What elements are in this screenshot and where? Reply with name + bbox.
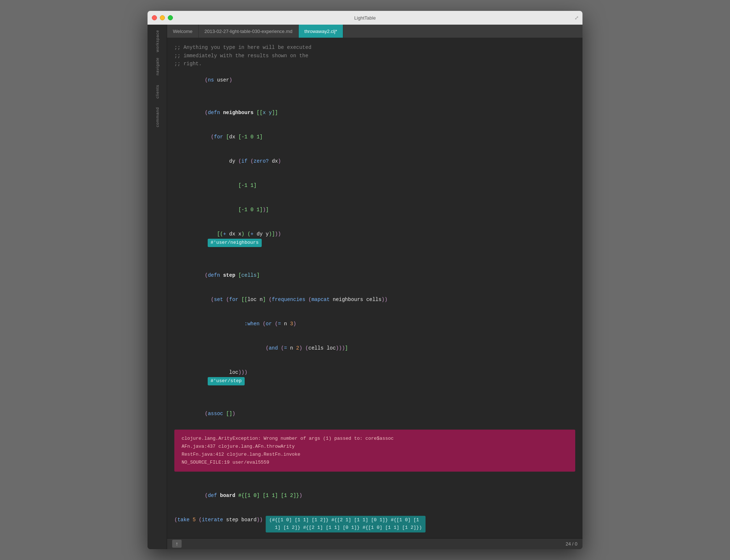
editor[interactable]: ;; Anything you type in here will be exe… xyxy=(167,38,582,538)
code-neighbours-4: [-1 1] xyxy=(174,174,575,198)
code-step-5: loc))) #'user/step xyxy=(174,360,575,393)
error-line-2: AFn.java:437 clojure.lang.AFn.throwArity xyxy=(182,443,568,451)
traffic-lights xyxy=(152,15,173,20)
comment-line-2: ;; immediately with the results shown on… xyxy=(174,52,575,60)
maximize-button[interactable] xyxy=(168,15,173,20)
error-block: clojure.lang.ArityException: Wrong numbe… xyxy=(174,430,575,472)
main-window: LightTable ⤢ workspace navigate clients … xyxy=(148,11,582,549)
code-board: (def board #{[1 0] [1 1] [1 2]}) xyxy=(174,483,575,507)
sidebar-item-navigate[interactable]: navigate xyxy=(148,54,167,79)
cursor-position: 24 / 0 xyxy=(565,541,577,547)
empty-line-3 xyxy=(174,393,575,401)
statusbar: ↑ 24 / 0 xyxy=(167,538,582,549)
result-tag-step: #'user/step xyxy=(208,377,245,385)
result-block-take: (#{[1 0] [1 1] [1 2]} #{[2 1] [1 1] [0 1… xyxy=(266,516,426,532)
empty-line-2 xyxy=(174,255,575,263)
close-button[interactable] xyxy=(152,15,157,20)
up-arrow-button[interactable]: ↑ xyxy=(172,540,182,548)
error-line-3: RestFn.java:412 clojure.lang.RestFn.invo… xyxy=(182,451,568,459)
minimize-button[interactable] xyxy=(160,15,165,20)
code-neighbours-2: (for [dx [-1 0 1] xyxy=(174,125,575,149)
error-line-4: NO_SOURCE_FILE:19 user/eval5559 xyxy=(182,459,568,467)
code-ns: (ns user) xyxy=(174,68,575,92)
tab-experience-md[interactable]: 2013-02-27-light-table-030-experience.md xyxy=(199,25,299,38)
tab-throwaway-clj[interactable]: throwaway2.clj* xyxy=(299,25,343,38)
code-step-2: (set (for [[loc n] (frequencies (mapcat … xyxy=(174,288,575,312)
expand-icon: ⤢ xyxy=(575,15,579,21)
code-take: (take 5 (iterate step board)) (#{[1 0] [… xyxy=(174,516,575,532)
empty-line-1 xyxy=(174,92,575,100)
sidebar-item-clients[interactable]: clients xyxy=(148,79,167,104)
code-neighbours-1: (defn neighbours [[x y]] xyxy=(174,100,575,125)
code-neighbours-6: [(+ dx x) (+ dy y)])) #'user/neighbours xyxy=(174,222,575,255)
code-step-1: (defn step [cells] xyxy=(174,263,575,287)
main-area: workspace navigate clients command Welco… xyxy=(148,25,582,549)
empty-line-5 xyxy=(174,508,575,516)
titlebar: LightTable ⤢ xyxy=(148,11,582,25)
code-step-4: (and (= n 2) (cells loc)))] xyxy=(174,336,575,360)
code-neighbours-5: [-1 0 1])] xyxy=(174,198,575,222)
content-area: Welcome 2013-02-27-light-table-030-exper… xyxy=(167,25,582,549)
tab-bar: Welcome 2013-02-27-light-table-030-exper… xyxy=(167,25,582,38)
code-neighbours-3: dy (if (zero? dx) xyxy=(174,149,575,174)
comment-line-1: ;; Anything you type in here will be exe… xyxy=(174,43,575,51)
sidebar: workspace navigate clients command xyxy=(148,25,167,549)
tab-welcome[interactable]: Welcome xyxy=(167,25,199,38)
code-assoc: (assoc []) xyxy=(174,401,575,426)
sidebar-item-workspace[interactable]: workspace xyxy=(148,28,167,54)
comment-line-3: ;; right. xyxy=(174,60,575,68)
empty-line-4 xyxy=(174,475,575,483)
result-tag-neighbours: #'user/neighbours xyxy=(208,239,262,247)
error-line-1: clojure.lang.ArityException: Wrong numbe… xyxy=(182,435,568,443)
sidebar-item-command[interactable]: command xyxy=(148,104,167,130)
code-step-3: :when (or (= n 3) xyxy=(174,312,575,336)
window-title: LightTable xyxy=(354,15,376,21)
